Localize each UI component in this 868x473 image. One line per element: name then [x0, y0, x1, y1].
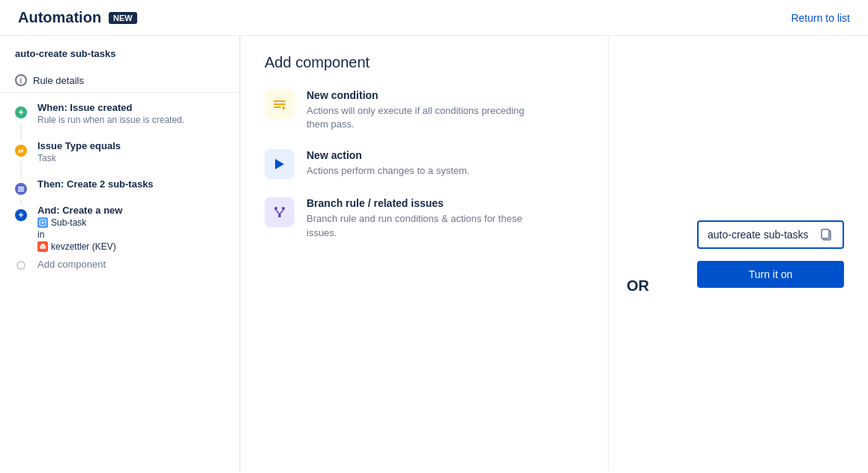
- condition-text: New condition Actions will only execute …: [307, 89, 531, 131]
- top-header: Automation NEW Return to list: [0, 0, 868, 36]
- branch-text: Branch rule / related issues Branch rule…: [307, 197, 531, 239]
- action2-dot: +: [15, 209, 27, 221]
- new-badge: NEW: [109, 12, 137, 24]
- condition-desc: Actions will only execute if all conditi…: [307, 104, 531, 131]
- trigger-title: When: Issue created: [37, 102, 224, 113]
- action-icon: [272, 157, 287, 172]
- svg-rect-10: [274, 106, 281, 108]
- trigger-subtitle: Rule is run when an issue is created.: [37, 115, 224, 125]
- main-layout: auto-create sub-tasks i Rule details + W…: [0, 36, 868, 472]
- action2-subtask: Sub-task: [37, 217, 224, 228]
- component-list: New condition Actions will only execute …: [265, 89, 584, 240]
- branch-desc: Branch rule and run conditions & actions…: [307, 212, 531, 239]
- branch-title-text: Branch rule / related issues: [307, 197, 531, 209]
- app-title: Automation: [18, 9, 101, 26]
- svg-rect-19: [822, 229, 829, 238]
- condition-title: Issue Type equals: [37, 140, 224, 151]
- timeline-line-3: [20, 199, 22, 205]
- action1-title: Then: Create 2 sub-tasks: [37, 178, 224, 190]
- timeline-item-action1[interactable]: Then: Create 2 sub-tasks: [15, 178, 224, 190]
- action2-project: kevzettler (KEV): [37, 241, 224, 252]
- or-right-wrapper: OR auto-create sub-tasks Turn it on: [609, 36, 868, 472]
- add-dot: [16, 261, 25, 270]
- svg-point-14: [282, 207, 285, 210]
- condition-dot: ⇄: [15, 145, 27, 157]
- right-panel: auto-create sub-tasks Turn it on: [673, 202, 868, 306]
- svg-rect-2: [18, 190, 24, 192]
- or-label: OR: [627, 214, 673, 295]
- svg-point-15: [278, 214, 281, 217]
- center-panel: Add component New condition Actions will…: [241, 36, 608, 472]
- timeline-item-action2[interactable]: + And: Create a new Sub-task in: [15, 205, 224, 252]
- condition-icon-wrap: [265, 89, 295, 119]
- turn-on-button[interactable]: Turn it on: [697, 261, 844, 288]
- component-new-condition[interactable]: New condition Actions will only execute …: [265, 89, 584, 131]
- svg-rect-7: [41, 244, 44, 246]
- timeline-line-2: [20, 161, 22, 178]
- rule-name: auto-create sub-tasks: [0, 48, 239, 68]
- header-left: Automation NEW: [18, 9, 137, 26]
- svg-marker-11: [283, 106, 286, 110]
- svg-point-13: [274, 207, 277, 210]
- component-branch-rule[interactable]: Branch rule / related issues Branch rule…: [265, 197, 584, 239]
- action-desc: Actions perform changes to a system.: [307, 164, 469, 178]
- svg-line-17: [280, 210, 283, 214]
- condition-subtitle: Task: [37, 153, 224, 163]
- action1-dot: [15, 183, 27, 195]
- sidebar: auto-create sub-tasks i Rule details + W…: [0, 36, 240, 472]
- return-to-list-link[interactable]: Return to list: [791, 12, 850, 24]
- rule-name-input-display[interactable]: auto-create sub-tasks: [697, 220, 844, 249]
- timeline-item-trigger[interactable]: + When: Issue created Rule is run when a…: [15, 102, 224, 125]
- svg-rect-1: [18, 189, 24, 190]
- copy-icon: [820, 228, 834, 241]
- info-icon: i: [15, 74, 27, 86]
- project-label: kevzettler (KEV): [51, 241, 116, 252]
- action2-in: in: [37, 229, 224, 240]
- subtask-icon: [37, 217, 48, 228]
- project-icon: [37, 241, 48, 252]
- action-title-text: New action: [307, 149, 469, 161]
- branch-icon: [272, 205, 287, 220]
- svg-rect-9: [274, 103, 286, 105]
- timeline-item-condition[interactable]: ⇄ Issue Type equals Task: [15, 140, 224, 163]
- action-text: New action Actions perform changes to a …: [307, 149, 469, 178]
- svg-marker-12: [275, 159, 284, 169]
- condition-icon: [272, 97, 287, 112]
- add-component-item[interactable]: Add component: [15, 258, 224, 270]
- component-new-action[interactable]: New action Actions perform changes to a …: [265, 149, 584, 179]
- action2-title: And: Create a new: [37, 205, 224, 216]
- trigger-dot: +: [15, 106, 27, 118]
- subtask-label: Sub-task: [51, 217, 86, 228]
- svg-rect-0: [18, 187, 24, 188]
- condition-title-text: New condition: [307, 89, 531, 101]
- timeline: + When: Issue created Rule is run when a…: [0, 102, 239, 270]
- svg-line-16: [276, 210, 280, 214]
- in-label: in: [37, 229, 44, 240]
- rule-details-row[interactable]: i Rule details: [0, 68, 239, 93]
- branch-icon-wrap: [265, 197, 295, 227]
- panel-title: Add component: [265, 54, 584, 71]
- svg-rect-8: [274, 100, 286, 102]
- timeline-line: [20, 123, 22, 140]
- rule-details-label: Rule details: [33, 75, 84, 86]
- action-icon-wrap: [265, 149, 295, 179]
- add-component-link[interactable]: Add component: [33, 259, 106, 270]
- rule-name-input-text: auto-create sub-tasks: [708, 229, 820, 241]
